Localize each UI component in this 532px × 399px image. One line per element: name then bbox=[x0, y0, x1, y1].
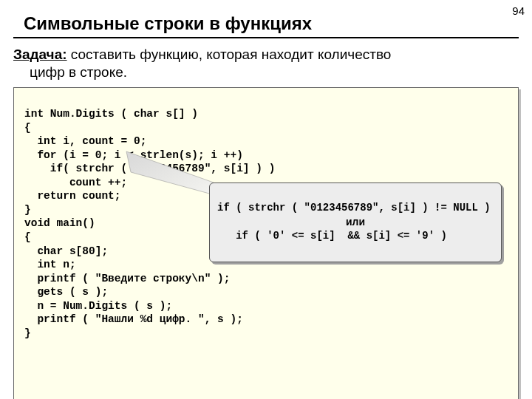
code-line: { bbox=[24, 231, 31, 243]
code-line: printf ( "Введите строку\n" ); bbox=[24, 273, 230, 284]
callout-or: или bbox=[217, 215, 494, 229]
code-line: count ++; bbox=[24, 177, 127, 188]
code-line: { bbox=[24, 122, 31, 134]
code-line: return count; bbox=[24, 190, 121, 202]
title-divider bbox=[13, 37, 519, 38]
code-line: int n; bbox=[24, 259, 76, 270]
code-line: } bbox=[24, 327, 31, 339]
page-number: 94 bbox=[512, 4, 525, 17]
code-line: gets ( s ); bbox=[24, 286, 108, 298]
callout-box: if ( strchr ( "0123456789", s[i] ) != NU… bbox=[209, 183, 502, 262]
task-description: Задача: составить функцию, которая наход… bbox=[13, 46, 519, 81]
task-text-1: составить функцию, которая находит колич… bbox=[67, 47, 392, 62]
code-line: for (i = 0; i < strlen(s); i ++) bbox=[24, 149, 243, 161]
code-line: int i, count = 0; bbox=[24, 135, 146, 147]
code-block: int Num.Digits ( char s[] ) { int i, cou… bbox=[13, 87, 519, 400]
code-line: int Num.Digits ( char s[] ) bbox=[24, 108, 198, 120]
code-line: void main() bbox=[24, 217, 95, 229]
code-line: if( strchr ( "0123456789", s[i] ) ) bbox=[24, 163, 275, 174]
code-line: printf ( "Нашли %d цифр. ", s ); bbox=[24, 313, 243, 325]
task-text-2: цифр в строке. bbox=[30, 64, 519, 81]
task-label: Задача: bbox=[13, 47, 67, 62]
callout-line-1: if ( strchr ( "0123456789", s[i] ) != NU… bbox=[217, 202, 491, 214]
callout-line-2: if ( '0' <= s[i] && s[i] <= '9' ) bbox=[217, 230, 447, 242]
page-title: Символьные строки в функциях bbox=[24, 13, 532, 34]
code-line: n = Num.Digits ( s ); bbox=[24, 300, 172, 312]
code-line: } bbox=[24, 204, 31, 216]
code-line: char s[80]; bbox=[24, 245, 108, 257]
